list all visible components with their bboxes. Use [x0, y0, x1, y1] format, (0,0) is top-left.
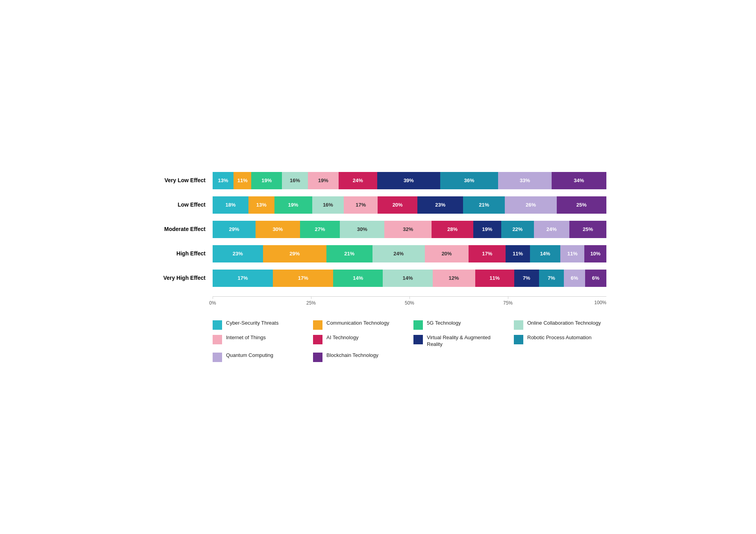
bar-segment-cyber_security: 17%	[213, 270, 273, 287]
bar-segment-cyber_security: 23%	[213, 245, 263, 262]
bar-segment-online_collab: 16%	[282, 172, 308, 189]
x-tick-line	[311, 297, 311, 299]
legend-color-robotic	[514, 335, 523, 344]
bar-row: High Effect23%29%21%24%20%17%11%14%11%10…	[150, 245, 606, 262]
legend-label-communication: Communication Technology	[326, 320, 389, 327]
legend-color-communication	[313, 320, 322, 330]
bar-segment-online_collab: 24%	[372, 245, 425, 262]
legend-color-cyber_security	[213, 320, 222, 330]
x-axis: 0%25%50%75%100%	[213, 296, 606, 306]
bar-segment-quantum: 24%	[534, 221, 569, 238]
bar-segment-iot: 17%	[344, 196, 378, 214]
bar-segment-ai: 28%	[432, 221, 473, 238]
bar-row: Very High Effect17%17%14%14%12%11%7%7%6%…	[150, 270, 606, 287]
bar-segment-quantum: 6%	[564, 270, 585, 287]
bar-segment-blockchain: 10%	[584, 245, 606, 262]
legend-color-virtual_reality	[413, 335, 423, 344]
legend: Cyber-Security ThreatsCommunication Tech…	[213, 320, 606, 362]
legend-color-five_g	[413, 320, 423, 330]
bar-row: Low Effect18%13%19%16%17%20%23%21%26%25%	[150, 196, 606, 214]
legend-item-robotic: Robotic Process Automation	[514, 334, 606, 348]
bar-segment-virtual_reality: 23%	[417, 196, 463, 214]
legend-color-blockchain	[313, 353, 322, 362]
bar-segment-communication: 13%	[248, 196, 274, 214]
legend-label-iot: Internet of Things	[226, 334, 266, 341]
legend-item-ai: AI Technology	[313, 334, 406, 348]
bar-segment-iot: 32%	[384, 221, 432, 238]
bar-segment-virtual_reality: 39%	[377, 172, 440, 189]
row-label: Moderate Effect	[150, 226, 213, 233]
bar-segment-virtual_reality: 11%	[506, 245, 530, 262]
legend-item-online_collab: Online Collaboration Technology	[514, 320, 606, 330]
x-tick-line	[213, 297, 213, 299]
legend-color-quantum	[213, 353, 222, 362]
x-tick-line	[410, 297, 410, 299]
x-tick-line	[508, 297, 508, 299]
bar-segment-five_g: 27%	[300, 221, 340, 238]
bar-segment-ai: 11%	[475, 270, 514, 287]
row-label: High Effect	[150, 250, 213, 257]
bar-segment-iot: 12%	[433, 270, 475, 287]
bar-segment-robotic: 22%	[501, 221, 534, 238]
bar-segment-quantum: 33%	[498, 172, 551, 189]
bar-segment-five_g: 19%	[251, 172, 282, 189]
legend-item-cyber_security: Cyber-Security Threats	[213, 320, 305, 330]
bar-segment-cyber_security: 18%	[213, 196, 248, 214]
legend-item-iot: Internet of Things	[213, 334, 305, 348]
x-tick-label: 50%	[405, 300, 414, 306]
bar-segment-cyber_security: 13%	[213, 172, 233, 189]
bar-segment-online_collab: 16%	[312, 196, 344, 214]
bar-segment-five_g: 14%	[333, 270, 383, 287]
row-label: Very High Effect	[150, 275, 213, 281]
bar-segment-robotic: 7%	[539, 270, 564, 287]
x-tick: 50%	[410, 297, 508, 306]
bar-segment-ai: 24%	[339, 172, 377, 189]
chart-area: Very Low Effect13%11%19%16%19%24%39%36%3…	[150, 172, 606, 294]
legend-label-quantum: Quantum Computing	[226, 352, 273, 359]
bar-segment-ai: 20%	[378, 196, 417, 214]
bar-segment-online_collab: 30%	[340, 221, 384, 238]
x-tick: 75%	[508, 297, 606, 306]
bar-segment-iot: 19%	[308, 172, 339, 189]
legend-item-blockchain: Blockchain Technology	[313, 352, 406, 362]
bar-row: Very Low Effect13%11%19%16%19%24%39%36%3…	[150, 172, 606, 189]
bar-segment-quantum: 26%	[505, 196, 556, 214]
bar-segment-ai: 17%	[469, 245, 506, 262]
bar-segment-communication: 29%	[263, 245, 326, 262]
bar-row: Moderate Effect29%30%27%30%32%28%19%22%2…	[150, 221, 606, 238]
legend-label-online_collab: Online Collaboration Technology	[527, 320, 601, 327]
legend-label-ai: AI Technology	[326, 334, 358, 341]
legend-item-virtual_reality: Virtual Reality & Augmented Reality	[413, 334, 506, 348]
bar-segment-quantum: 11%	[560, 245, 584, 262]
bar-track: 18%13%19%16%17%20%23%21%26%25%	[213, 196, 606, 214]
legend-label-blockchain: Blockchain Technology	[326, 352, 378, 359]
legend-item-communication: Communication Technology	[313, 320, 406, 330]
x-tick-label: 0%	[209, 300, 216, 306]
bar-segment-cyber_security: 29%	[213, 221, 256, 238]
legend-color-online_collab	[514, 320, 523, 330]
bar-segment-blockchain: 6%	[585, 270, 606, 287]
bar-track: 23%29%21%24%20%17%11%14%11%10%	[213, 245, 606, 262]
legend-label-cyber_security: Cyber-Security Threats	[226, 320, 278, 327]
row-label: Very Low Effect	[150, 177, 213, 184]
row-label: Low Effect	[150, 201, 213, 208]
bar-track: 29%30%27%30%32%28%19%22%24%25%	[213, 221, 606, 238]
bar-segment-online_collab: 14%	[383, 270, 432, 287]
bar-segment-communication: 30%	[256, 221, 300, 238]
legend-label-five_g: 5G Technology	[427, 320, 461, 327]
x-tick: 0%	[213, 297, 311, 306]
bar-segment-five_g: 21%	[326, 245, 372, 262]
bar-segment-robotic: 14%	[530, 245, 561, 262]
bar-segment-iot: 20%	[425, 245, 469, 262]
legend-item-quantum: Quantum Computing	[213, 352, 305, 362]
bar-segment-robotic: 21%	[463, 196, 505, 214]
bar-segment-virtual_reality: 7%	[514, 270, 539, 287]
bar-segment-blockchain: 25%	[557, 196, 606, 214]
bar-segment-communication: 17%	[273, 270, 333, 287]
bar-segment-virtual_reality: 19%	[473, 221, 501, 238]
bar-segment-five_g: 19%	[274, 196, 312, 214]
x-tick-label: 25%	[306, 300, 316, 306]
legend-item-five_g: 5G Technology	[413, 320, 506, 330]
bar-segment-communication: 11%	[233, 172, 251, 189]
bar-segment-blockchain: 25%	[569, 221, 606, 238]
